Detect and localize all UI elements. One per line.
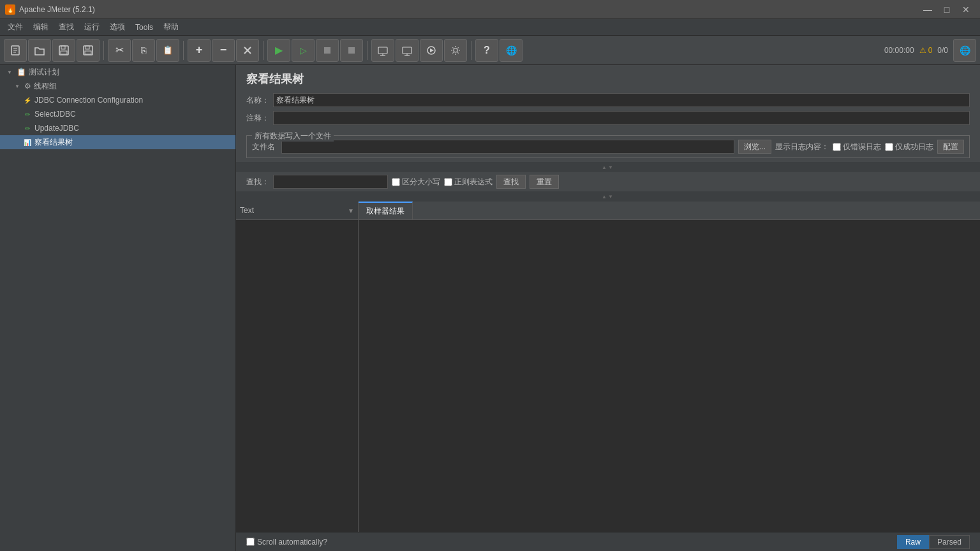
copy-button[interactable]: ⎘ (132, 39, 155, 62)
file-section: 所有数据写入一个文件 文件名 浏览... 显示日志内容： 仅错误日志 仅成功日志… (246, 135, 970, 158)
toolbar-sep-2 (183, 41, 184, 60)
results-header-row: Text ▼ 取样器结果 (236, 202, 980, 220)
case-sensitive-checkbox[interactable] (392, 178, 400, 186)
toolbar-sep-1 (103, 41, 104, 60)
right-results-pane[interactable] (359, 220, 980, 532)
minimize-button[interactable]: — (919, 3, 937, 17)
expand-icon (13, 82, 22, 91)
error-count: 0/0 (937, 46, 948, 55)
regex-label[interactable]: 正则表达式 (444, 177, 493, 187)
raw-tab[interactable]: Raw (897, 535, 929, 549)
success-only-text: 仅成功日志 (895, 142, 933, 152)
menu-search[interactable]: 查找 (54, 20, 79, 34)
add-button[interactable]: + (188, 39, 211, 62)
tree-item-select-jdbc[interactable]: ✏ SelectJDBC (0, 107, 235, 121)
splitter-dots-top: ▲▼ (602, 165, 614, 170)
right-panel: 察看结果树 名称： 注释： 所有数据写入一个文件 文件名 浏览... 显示日志内… (236, 65, 980, 551)
tree-item-thread-group[interactable]: ⚙ 线程组 (0, 79, 235, 93)
title-bar: 🔥 Apache JMeter (5.2.1) — □ ✕ (0, 0, 980, 19)
stop-button[interactable]: ⏹ (316, 39, 339, 62)
reset-button[interactable]: 重置 (530, 175, 559, 189)
svg-rect-13 (403, 47, 412, 54)
save-button[interactable] (77, 39, 100, 62)
remote-configure-button[interactable] (444, 39, 467, 62)
error-only-text: 仅错误日志 (843, 142, 881, 152)
remote-start-button[interactable] (371, 39, 394, 62)
leaf-icon: ✏ (23, 110, 32, 119)
timer-display: 00:00:00 (884, 46, 914, 55)
menu-help[interactable]: 帮助 (158, 20, 184, 34)
error-only-label[interactable]: 仅错误日志 (833, 142, 881, 152)
tree-label-thread-group: 线程组 (34, 81, 57, 92)
maximize-button[interactable]: □ (938, 3, 956, 17)
menu-file[interactable]: 文件 (3, 20, 28, 34)
tree-item-view-tree[interactable]: 📊 察看结果树 (0, 135, 235, 149)
menu-edit[interactable]: 编辑 (28, 20, 54, 34)
window-controls: — □ ✕ (919, 3, 975, 17)
remove-button[interactable]: − (212, 39, 235, 62)
new-button[interactable] (4, 39, 27, 62)
error-only-checkbox[interactable] (833, 143, 841, 151)
remote-stop-button[interactable] (396, 39, 419, 62)
parsed-tab[interactable]: Parsed (929, 535, 970, 549)
clear-button[interactable] (236, 39, 259, 62)
file-section-title: 所有数据写入一个文件 (252, 131, 334, 142)
case-sensitive-label[interactable]: 区分大小写 (392, 177, 440, 187)
sampler-results-tab[interactable]: 取样器结果 (359, 202, 413, 219)
tree-item-update-jdbc[interactable]: ✏ UpdateJDBC (0, 121, 235, 135)
file-row: 文件名 浏览... 显示日志内容： 仅错误日志 仅成功日志 配置 (252, 140, 964, 154)
tree-panel: 📋 测试计划 ⚙ 线程组 ⚡ JDBC Connection Configura… (0, 65, 236, 551)
menu-bar: 文件 编辑 查找 运行 选项 Tools 帮助 (0, 19, 980, 36)
results-area: Text ▼ 取样器结果 (236, 202, 980, 532)
leaf-icon: ⚡ (23, 96, 32, 105)
scroll-auto-text: Scroll automatically? (257, 538, 327, 547)
test-plan-icon: 📋 (17, 68, 26, 77)
tree-item-test-plan[interactable]: 📋 测试计划 (0, 65, 235, 79)
toolbar-right: 00:00:00 ⚠ 0 0/0 🌐 (884, 39, 976, 62)
splitter-top[interactable]: ▲▼ (236, 162, 980, 172)
menu-tools[interactable]: Tools (130, 20, 158, 34)
tree-item-jdbc-conn[interactable]: ⚡ JDBC Connection Configuration (0, 93, 235, 107)
find-button[interactable]: 查找 (496, 175, 526, 189)
success-only-label[interactable]: 仅成功日志 (885, 142, 933, 152)
cut-button[interactable]: ✂ (108, 39, 131, 62)
regex-checkbox[interactable] (444, 178, 452, 186)
file-name-input[interactable] (281, 140, 734, 154)
splitter-bottom[interactable]: ▲▼ (236, 191, 980, 202)
left-results-pane[interactable] (236, 220, 359, 532)
close-button[interactable]: ✕ (957, 3, 975, 17)
comment-input[interactable] (273, 111, 970, 125)
search-row: 查找： 区分大小写 正则表达式 查找 重置 (236, 172, 980, 191)
stop-now-button[interactable]: ⏹ (340, 39, 363, 62)
panel-title: 察看结果树 (236, 65, 980, 91)
menu-options[interactable]: 选项 (105, 20, 130, 34)
scroll-auto-checkbox[interactable] (246, 538, 255, 546)
remote-monitor-button[interactable]: 🌐 (500, 39, 523, 62)
main-layout: 📋 测试计划 ⚙ 线程组 ⚡ JDBC Connection Configura… (0, 65, 980, 551)
paste-button[interactable]: 📋 (156, 39, 179, 62)
save-template-button[interactable] (52, 39, 75, 62)
browse-button[interactable]: 浏览... (738, 140, 771, 154)
scroll-auto-label[interactable]: Scroll automatically? (246, 538, 327, 547)
search-input[interactable] (273, 175, 388, 189)
warning-icon: ⚠ (919, 46, 926, 55)
menu-run[interactable]: 运行 (79, 20, 105, 34)
open-button[interactable] (28, 39, 51, 62)
configure-button[interactable]: 配置 (937, 140, 964, 154)
text-dropdown[interactable]: Text ▼ (236, 202, 359, 219)
raw-parsed-tabs: Raw Parsed (897, 535, 970, 549)
case-sensitive-text: 区分大小写 (402, 177, 440, 187)
results-tabs: 取样器结果 (359, 202, 980, 219)
templates-button[interactable] (420, 39, 443, 62)
search-label: 查找： (246, 177, 269, 187)
run-selected-button[interactable]: ▷ (292, 39, 315, 62)
panel-form: 名称： 注释： (236, 91, 980, 131)
run-button[interactable]: ▶ (267, 39, 290, 62)
title-bar-left: 🔥 Apache JMeter (5.2.1) (5, 4, 95, 15)
log-display-label[interactable]: 显示日志内容： (775, 142, 829, 152)
log-display-text: 显示日志内容： (775, 142, 829, 152)
name-input[interactable] (273, 93, 970, 107)
toolbar-extra-button[interactable]: 🌐 (953, 39, 976, 62)
success-only-checkbox[interactable] (885, 143, 893, 151)
help-button[interactable]: ? (475, 39, 498, 62)
